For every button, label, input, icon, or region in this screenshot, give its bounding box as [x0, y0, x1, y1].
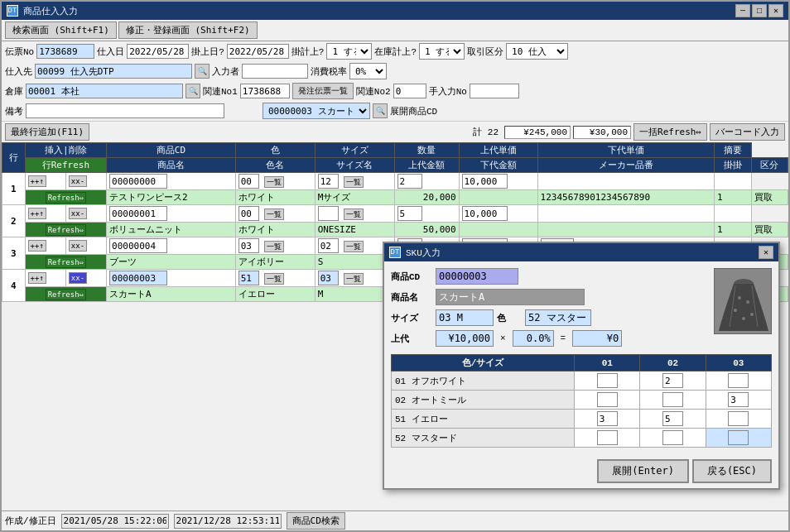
shiresaki-search-button[interactable]: 🔍 [195, 64, 210, 79]
col-color: 色 [235, 143, 315, 158]
sku-row-02-c01[interactable] [575, 391, 640, 410]
color-cd-2[interactable]: 一覧 [235, 205, 315, 223]
tenkai-label: 展開商品CD [390, 105, 437, 117]
zaiko-select[interactable]: 1 する [419, 43, 465, 60]
sku-row-01-c02[interactable] [640, 371, 706, 391]
color-cd-3[interactable]: 一覧 [235, 237, 315, 255]
sku-row-51-c01[interactable] [575, 410, 640, 429]
shiirebi-input[interactable] [127, 44, 189, 59]
sku-rate-input[interactable] [513, 330, 554, 347]
delete-btn-3[interactable]: xx- [65, 237, 106, 255]
col-maker-no: メーカー品番 [537, 158, 715, 173]
cd-4[interactable] [107, 270, 236, 287]
sku-row-52-c01[interactable] [575, 429, 640, 448]
sku-size-color-row: サイズ 色 [391, 309, 707, 326]
cd-3[interactable] [107, 237, 236, 255]
shohi-label: 消費税率 [311, 65, 347, 78]
lastrow-button[interactable]: 最終行追加(F11) [5, 123, 89, 141]
jodai-1[interactable] [459, 173, 537, 190]
insert-btn-4[interactable]: ++↑ [25, 270, 65, 287]
sku-row-02-c03[interactable] [706, 391, 771, 410]
search-screen-button[interactable]: 検索画面 (Shift+F1) [5, 22, 117, 39]
nyuryokusha-input[interactable] [242, 64, 308, 79]
sku-row-01-c03[interactable] [706, 371, 771, 391]
modified-date [174, 514, 282, 529]
sku-row-51-c02[interactable] [640, 410, 706, 429]
kankei2-input[interactable] [393, 84, 426, 98]
refresh-btn-3[interactable]: Refresh⇔ [46, 256, 86, 268]
minimize-button[interactable]: ─ [735, 4, 750, 17]
sku-size-input[interactable] [436, 309, 494, 326]
maker-no-1: 12345678901234567890 [537, 190, 715, 205]
denno-input[interactable] [36, 44, 94, 59]
col-jodai-amt: 上代金額 [394, 158, 459, 173]
maximize-button[interactable]: □ [752, 4, 767, 17]
sku-grid: 色/サイズ 01 02 03 01 オフホワイト [391, 354, 772, 448]
total-amount: ¥245,000 [504, 126, 571, 139]
close-button[interactable]: ✕ [768, 4, 783, 17]
sku-row-52-c02[interactable] [640, 429, 706, 448]
kankei-input[interactable] [240, 84, 290, 98]
hacchu-button[interactable]: 発注伝票一覧 [292, 83, 354, 99]
insert-btn-2[interactable]: ++↑ [25, 205, 65, 223]
qty-1[interactable] [394, 173, 459, 190]
refresh-btn-1[interactable]: Refresh⇔ [46, 192, 86, 204]
jodai-2[interactable] [459, 205, 537, 223]
kake-input[interactable] [227, 44, 289, 59]
product-search-button[interactable]: 🔍 [373, 103, 388, 118]
sku-row-02-c02[interactable] [640, 391, 706, 410]
sku-enter-button[interactable]: 展開(Enter) [597, 459, 689, 483]
biko-input[interactable] [26, 103, 224, 118]
insert-btn-1[interactable]: ++↑ [25, 173, 65, 190]
size-cd-1[interactable]: 一覧 [315, 173, 394, 190]
nyuryokusha-label: 入力者 [212, 65, 239, 78]
refresh-btn-2[interactable]: Refresh⇔ [46, 224, 86, 236]
delete-btn-1[interactable]: xx- [65, 173, 106, 190]
color-cd-4[interactable]: 一覧 [235, 270, 315, 287]
refresh-all-button[interactable]: 一括Refresh⇔ [633, 123, 707, 141]
souko-search-button[interactable]: 🔍 [185, 84, 200, 98]
zaiko-label: 在庫計上? [374, 46, 417, 58]
teki-2 [715, 205, 751, 223]
size-cd-2[interactable]: 一覧 [315, 205, 394, 223]
sku-jodai-input[interactable] [436, 330, 494, 347]
sku-row-01-c01[interactable] [575, 371, 640, 391]
sku-cd-input[interactable] [436, 268, 518, 285]
cd-1[interactable] [107, 173, 236, 190]
kodai-amt-1 [459, 190, 537, 205]
kodai-2 [537, 205, 715, 223]
sku-row-51-c03[interactable] [706, 410, 771, 429]
souko-input[interactable] [26, 84, 183, 98]
cd-2[interactable] [107, 205, 236, 223]
torihiki-select[interactable]: 10 仕入 [506, 43, 568, 60]
teno-input[interactable] [470, 84, 519, 98]
delete-btn-2[interactable]: xx- [65, 205, 106, 223]
qty-2[interactable] [394, 205, 459, 223]
color-cd-1[interactable]: 一覧 [235, 173, 315, 190]
app-icon: DT [7, 5, 18, 17]
barcode-button[interactable]: バーコード入力 [710, 123, 785, 141]
insert-btn-3[interactable]: ++↑ [25, 237, 65, 255]
delete-btn-4[interactable]: xx- [65, 270, 106, 287]
sku-close-button[interactable]: ✕ [759, 246, 773, 259]
table-row-detail-2: Refresh⇔ ボリュームニット ホワイト ONESIZE 50,000 1 … [2, 223, 788, 237]
register-screen-button[interactable]: 修正・登録画面 (Shift+F2) [118, 22, 258, 39]
product-select[interactable]: 00000003 スカートA [263, 103, 370, 119]
sku-row-52-c03[interactable] [706, 429, 771, 448]
sku-size-label: サイズ [391, 312, 432, 324]
svg-point-3 [746, 300, 749, 304]
title-bar: DT 商品仕入入力 ─ □ ✕ [2, 2, 788, 20]
refresh-btn-4[interactable]: Refresh⇔ [46, 289, 86, 300]
sku-esc-button[interactable]: 戻る(ESC) [692, 459, 772, 483]
product-cd-search-button[interactable]: 商品CD検索 [287, 512, 345, 530]
color-name-3: アイボリー [235, 255, 315, 270]
kakehisho-select[interactable]: 1 する [326, 43, 372, 60]
shiresaki-input[interactable] [35, 64, 192, 79]
sku-dialog-body: 商品CD 商品名 サイズ 色 [384, 261, 778, 454]
kake-1: 1 [715, 190, 751, 205]
shohi-select[interactable]: 0% [349, 63, 387, 79]
sku-color-input[interactable] [525, 309, 591, 326]
sku-col-label: 色/サイズ [392, 355, 575, 371]
col-product-name: 商品名 [107, 158, 236, 173]
sku-jodai-row: 上代 × = [391, 330, 707, 347]
